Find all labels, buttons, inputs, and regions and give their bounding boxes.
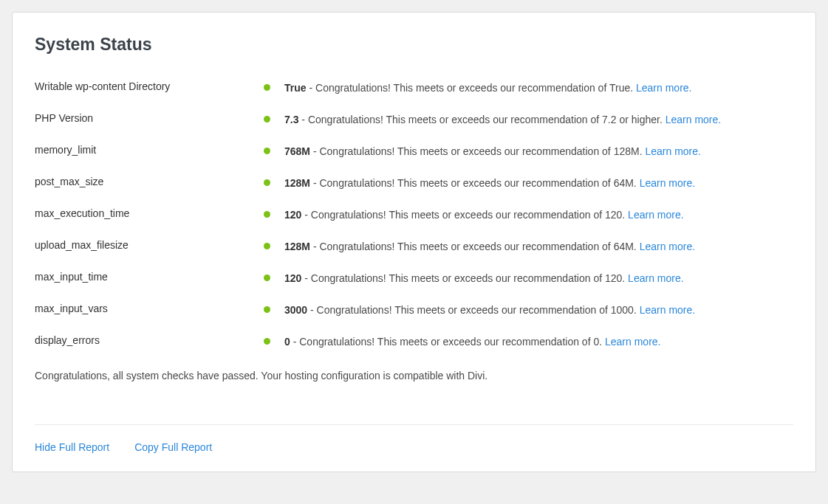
status-label: Writable wp-content Directory xyxy=(35,80,264,92)
status-value-col: 128M - Congratulations! This meets or ex… xyxy=(284,176,793,191)
status-indicator-col xyxy=(264,207,284,218)
status-indicator-col xyxy=(264,271,284,281)
status-row: upload_max_filesize 128M - Congratulatio… xyxy=(35,231,793,263)
status-value-col: 3000 - Congratulations! This meets or ex… xyxy=(284,303,793,318)
status-dot-icon xyxy=(264,116,270,122)
hide-full-report-link[interactable]: Hide Full Report xyxy=(35,441,109,453)
copy-full-report-link[interactable]: Copy Full Report xyxy=(134,441,212,453)
learn-more-link[interactable]: Learn more. xyxy=(645,145,700,157)
status-message: - Congratulations! This meets or exceeds… xyxy=(301,272,628,284)
status-value: 128M xyxy=(284,241,310,252)
learn-more-link[interactable]: Learn more. xyxy=(605,336,660,348)
status-message: - Congratulations! This meets or exceeds… xyxy=(310,177,640,189)
summary-text: Congratulations, all system checks have … xyxy=(35,368,793,384)
page-title: System Status xyxy=(35,35,793,55)
status-message: - Congratulations! This meets or exceeds… xyxy=(310,145,645,157)
learn-more-link[interactable]: Learn more. xyxy=(628,209,683,221)
status-value: 7.3 xyxy=(284,114,298,125)
status-value: 120 xyxy=(284,209,301,221)
status-row: PHP Version 7.3 - Congratulations! This … xyxy=(35,104,793,136)
status-value-col: 768M - Congratulations! This meets or ex… xyxy=(284,144,793,159)
status-label: memory_limit xyxy=(35,144,264,156)
status-dot-icon xyxy=(264,148,270,154)
footer-actions: Hide Full Report Copy Full Report xyxy=(35,425,793,453)
status-label: upload_max_filesize xyxy=(35,239,264,251)
status-value: 0 xyxy=(284,336,290,348)
status-value-col: 120 - Congratulations! This meets or exc… xyxy=(284,207,793,223)
status-value-col: 120 - Congratulations! This meets or exc… xyxy=(284,271,793,286)
status-label: max_execution_time xyxy=(35,207,264,219)
learn-more-link[interactable]: Learn more. xyxy=(636,82,691,94)
status-message: - Congratulations! This meets or exceeds… xyxy=(307,304,640,316)
status-value-col: 7.3 - Congratulations! This meets or exc… xyxy=(284,112,793,128)
status-row: memory_limit 768M - Congratulations! Thi… xyxy=(35,136,793,168)
status-value-col: True - Congratulations! This meets or ex… xyxy=(284,80,793,96)
status-value-col: 0 - Congratulations! This meets or excee… xyxy=(284,334,793,350)
status-label: post_max_size xyxy=(35,176,264,187)
status-label: display_errors xyxy=(35,334,264,346)
status-row: max_input_vars 3000 - Congratulations! T… xyxy=(35,294,793,326)
learn-more-link[interactable]: Learn more. xyxy=(640,177,695,189)
learn-more-link[interactable]: Learn more. xyxy=(666,114,721,125)
status-message: - Congratulations! This meets or exceeds… xyxy=(310,241,640,252)
status-message: - Congratulations! This meets or exceeds… xyxy=(307,82,636,94)
status-message: - Congratulations! This meets or exceeds… xyxy=(298,114,665,125)
status-indicator-col xyxy=(264,112,284,122)
status-row: display_errors 0 - Congratulations! This… xyxy=(35,326,793,358)
status-value: 768M xyxy=(284,145,310,157)
status-dot-icon xyxy=(264,338,270,345)
status-value-col: 128M - Congratulations! This meets or ex… xyxy=(284,239,793,255)
status-indicator-col xyxy=(264,239,284,249)
system-status-card: System Status Writable wp-content Direct… xyxy=(12,12,816,472)
status-indicator-col xyxy=(264,80,284,91)
status-message: - Congratulations! This meets or exceeds… xyxy=(301,209,628,221)
status-label: PHP Version xyxy=(35,112,264,124)
status-dot-icon xyxy=(264,211,270,218)
status-indicator-col xyxy=(264,176,284,186)
status-indicator-col xyxy=(264,334,284,345)
status-row: post_max_size 128M - Congratulations! Th… xyxy=(35,168,793,199)
status-value: True xyxy=(284,82,307,94)
status-dot-icon xyxy=(264,275,270,281)
status-label: max_input_vars xyxy=(35,303,264,314)
status-row: Writable wp-content Directory True - Con… xyxy=(35,72,793,104)
learn-more-link[interactable]: Learn more. xyxy=(640,241,695,252)
status-dot-icon xyxy=(264,84,270,91)
status-value: 3000 xyxy=(284,304,307,316)
learn-more-link[interactable]: Learn more. xyxy=(640,304,695,316)
status-rows: Writable wp-content Directory True - Con… xyxy=(35,72,793,358)
status-value: 120 xyxy=(284,272,301,284)
status-message: - Congratulations! This meets or exceeds… xyxy=(290,336,605,348)
status-value: 128M xyxy=(284,177,310,189)
status-row: max_execution_time 120 - Congratulations… xyxy=(35,199,793,231)
status-dot-icon xyxy=(264,243,270,249)
status-indicator-col xyxy=(264,144,284,154)
status-dot-icon xyxy=(264,306,270,313)
status-row: max_input_time 120 - Congratulations! Th… xyxy=(35,263,793,294)
status-dot-icon xyxy=(264,179,270,186)
learn-more-link[interactable]: Learn more. xyxy=(628,272,683,284)
status-label: max_input_time xyxy=(35,271,264,283)
status-indicator-col xyxy=(264,303,284,313)
